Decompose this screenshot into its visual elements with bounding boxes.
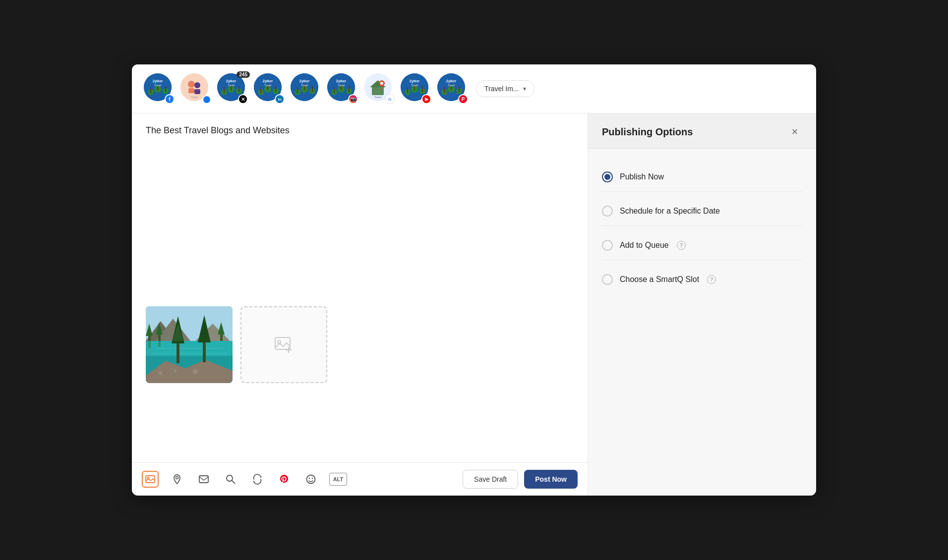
main-content: The Best Travel Blogs and Websites [132,113,816,496]
publishing-panel: Publishing Options × Publish Now Schedul… [588,113,816,496]
schedule-radio[interactable] [602,206,613,217]
google-badge: G [385,94,395,104]
svg-marker-113 [253,481,255,483]
search-toolbar-icon[interactable] [222,471,239,488]
publishing-title: Publishing Options [602,126,693,138]
add-image-icon [274,335,295,355]
smartq-help-icon[interactable]: ? [707,275,716,284]
editor-area[interactable]: The Best Travel Blogs and Websites [132,113,588,462]
svg-rect-28 [275,86,276,92]
schedule-option[interactable]: Schedule for a Specific Date [602,197,802,226]
svg-rect-37 [312,86,313,92]
linkedin-badge: in [275,94,285,104]
queue-option[interactable]: Add to Queue ? [602,231,802,260]
travel-dropdown-label: Travel Im... [484,85,519,93]
queue-help-icon[interactable]: ? [677,241,686,250]
svg-point-114 [307,475,315,484]
account-avatar-pinterest[interactable]: Zylker Travel P [437,73,468,104]
svg-rect-2 [150,87,151,93]
pinterest-toolbar-icon[interactable] [276,471,293,488]
account-avatar-illustrated[interactable]: Travel 👤 [180,73,211,104]
alt-toolbar-icon[interactable]: ALT [329,473,347,486]
svg-text:Zylker: Zylker [336,79,347,83]
publishing-header: Publishing Options × [588,113,816,149]
account-avatar-youtube[interactable]: Zylker Travel ▶ [401,73,431,104]
smartq-label: Choose a SmartQ Slot [620,275,699,284]
account-avatar-linkedin[interactable]: Zylker Travel in [254,73,285,104]
svg-point-95 [193,369,198,374]
svg-text:Travel: Travel [411,84,418,87]
fb-badge: f [165,94,175,104]
svg-rect-61 [422,86,423,92]
image-toolbar-icon[interactable] [142,471,159,488]
location-toolbar-icon[interactable] [169,471,185,488]
svg-point-11 [194,82,200,88]
svg-text:Travel: Travel [154,84,161,87]
account-avatar-gmaps[interactable]: Travel G [364,73,395,104]
svg-point-103 [278,340,281,343]
pinterest-badge: P [458,94,468,104]
svg-point-94 [174,369,177,372]
publish-now-radio-inner [604,174,610,180]
editor-toolbar: ALT Save Draft Post Now [132,462,588,496]
svg-rect-102 [275,337,290,349]
schedule-label: Schedule for a Specific Date [620,207,720,216]
svg-point-110 [227,475,233,481]
publish-now-label: Publish Now [620,172,664,181]
svg-text:Zylker: Zylker [263,79,273,83]
modal-container: Zylker Travel f Travel 👤 [132,64,816,496]
svg-rect-70 [459,86,460,92]
post-title: The Best Travel Blogs and Websites [146,125,574,136]
smartq-option[interactable]: Choose a SmartQ Slot ? [602,265,802,294]
svg-rect-46 [349,86,350,92]
publishing-options: Publish Now Schedule for a Specific Date… [588,149,816,308]
queue-radio[interactable] [602,240,613,251]
svg-rect-68 [444,87,445,93]
svg-marker-112 [260,475,262,478]
svg-text:Zylker: Zylker [153,79,163,83]
account-avatar-instagram[interactable]: Zylker Travel 📷 [327,73,358,104]
emoji-toolbar-icon[interactable] [302,471,319,488]
smartq-radio[interactable] [602,274,613,285]
action-buttons: Save Draft Post Now [463,470,578,489]
svg-rect-35 [297,87,298,93]
svg-text:Travel: Travel [338,84,345,87]
svg-rect-13 [194,89,200,94]
svg-point-93 [159,371,163,375]
svg-rect-17 [224,87,225,93]
save-draft-button[interactable]: Save Draft [463,470,518,489]
publish-now-radio[interactable] [602,171,613,182]
svg-text:Travel: Travel [228,84,235,87]
svg-rect-109 [199,476,208,483]
svg-text:Travel: Travel [264,84,271,87]
chevron-down-icon: ▾ [523,85,526,92]
svg-rect-12 [188,88,194,93]
svg-text:Zylker: Zylker [410,79,420,83]
close-button[interactable]: × [787,124,802,139]
illustrated-badge: 👤 [202,95,211,104]
travel-image-thumb[interactable] [146,306,233,383]
svg-text:Travel: Travel [301,84,308,87]
svg-rect-91 [158,341,161,347]
travel-dropdown[interactable]: Travel Im... ▾ [476,80,534,97]
accounts-bar: Zylker Travel f Travel 👤 [132,64,816,113]
svg-point-116 [312,478,313,479]
add-image-placeholder[interactable] [240,306,327,383]
account-avatar-fb[interactable]: Zylker Travel f [144,73,175,104]
account-avatar-default[interactable]: Zylker Travel [291,73,321,104]
svg-rect-19 [238,86,239,92]
account-avatar-twitter[interactable]: Zylker Travel 245 ✕ [217,73,248,104]
email-toolbar-icon[interactable] [195,471,212,488]
svg-point-10 [188,81,195,88]
svg-point-108 [176,477,178,479]
publish-now-option[interactable]: Publish Now [602,163,802,192]
refresh-toolbar-icon[interactable] [249,471,266,488]
twitter-badge: ✕ [238,94,248,104]
svg-rect-4 [165,86,166,92]
svg-point-55 [380,82,383,85]
editor-panel: The Best Travel Blogs and Websites [132,113,588,496]
svg-text:Travel: Travel [448,84,455,87]
svg-rect-26 [260,87,261,93]
post-now-button[interactable]: Post Now [524,470,578,489]
svg-text:Zylker: Zylker [299,79,310,83]
